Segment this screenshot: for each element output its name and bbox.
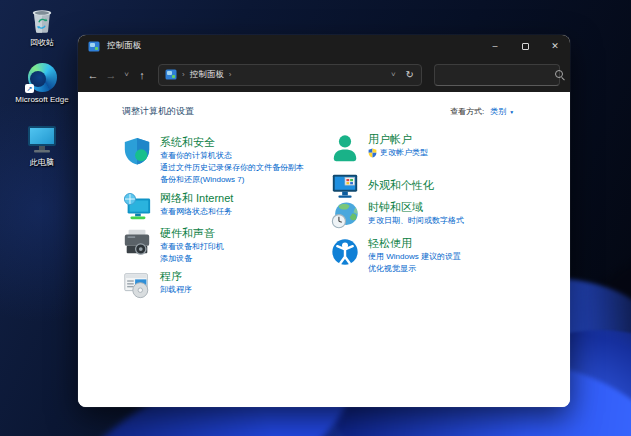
back-button[interactable]: ← <box>84 69 102 81</box>
clock-region-icon[interactable] <box>330 201 360 231</box>
category-title[interactable]: 程序 <box>160 270 192 283</box>
address-bar[interactable]: › 控制面板 › ˅ ↻ <box>158 64 422 86</box>
view-by-value[interactable]: 类别 <box>490 106 506 117</box>
page-title: 调整计算机的设置 <box>122 105 194 118</box>
category-title[interactable]: 网络和 Internet <box>160 192 233 205</box>
breadcrumb-control-panel[interactable]: 控制面板 <box>190 69 224 81</box>
category-ease-of-access: 轻松使用 使用 Windows 建议的设置 优化视觉显示 <box>330 237 545 275</box>
breadcrumb-separator: › <box>229 70 232 79</box>
edge-icon: ↗ <box>12 60 72 92</box>
view-by-control: 查看方式: 类别 ▼ <box>450 106 514 117</box>
category-network-internet: 网络和 Internet 查看网络状态和任务 <box>122 192 337 222</box>
network-internet-icon[interactable] <box>122 192 152 222</box>
window-title: 控制面板 <box>107 40 141 52</box>
shortcut-arrow-icon: ↗ <box>25 84 34 93</box>
category-user-accounts: 用户帐户 更改帐户类型 <box>330 133 545 163</box>
task-link[interactable]: 使用 Windows 建议的设置 <box>368 251 461 263</box>
close-button[interactable]: ✕ <box>540 35 570 57</box>
desktop-icon-label: 回收站 <box>12 38 72 47</box>
category-system-security: 系统和安全 查看你的计算机状态 通过文件历史记录保存你的文件备份副本 备份和还原… <box>122 136 337 186</box>
category-title[interactable]: 时钟和区域 <box>368 201 464 214</box>
control-panel-window: 控制面板 – ✕ ← → ˅ ↑ › 控制面板 › ˅ ↻ <box>78 35 570 407</box>
recent-pages-dropdown[interactable]: ˅ <box>120 70 133 79</box>
task-link[interactable]: 更改帐户类型 <box>368 147 428 159</box>
hardware-sound-icon[interactable] <box>122 227 152 257</box>
system-security-icon[interactable] <box>122 136 152 166</box>
desktop-icon-recycle-bin[interactable]: 回收站 <box>12 3 72 47</box>
task-link[interactable]: 查看你的计算机状态 <box>160 150 304 162</box>
control-panel-app-icon <box>88 41 100 52</box>
category-appearance-personalization: 外观和个性化 <box>330 171 545 201</box>
search-box[interactable] <box>434 64 560 86</box>
desktop-icon-microsoft-edge[interactable]: ↗ Microsoft Edge <box>12 60 72 104</box>
task-link[interactable]: 查看网络状态和任务 <box>160 206 233 218</box>
category-title[interactable]: 轻松使用 <box>368 237 461 250</box>
task-link[interactable]: 查看设备和打印机 <box>160 241 224 253</box>
task-link[interactable]: 备份和还原(Windows 7) <box>160 174 304 186</box>
category-hardware-sound: 硬件和声音 查看设备和打印机 添加设备 <box>122 227 337 265</box>
breadcrumb-separator: › <box>182 70 185 79</box>
appearance-personalization-icon[interactable] <box>330 171 360 201</box>
search-input[interactable] <box>435 65 554 85</box>
recycle-bin-icon <box>12 3 72 35</box>
title-bar: 控制面板 – ✕ <box>78 35 570 57</box>
desktop-icon-label: 此电脑 <box>12 158 72 167</box>
view-by-caret-icon[interactable]: ▼ <box>509 109 514 115</box>
programs-icon[interactable] <box>122 270 152 300</box>
navigation-bar: ← → ˅ ↑ › 控制面板 › ˅ ↻ <box>78 57 570 92</box>
category-title[interactable]: 用户帐户 <box>368 133 428 146</box>
category-title[interactable]: 外观和个性化 <box>368 179 434 192</box>
category-title[interactable]: 硬件和声音 <box>160 227 224 240</box>
view-by-label: 查看方式: <box>450 106 484 117</box>
category-clock-region: 时钟和区域 更改日期、时间或数字格式 <box>330 201 545 231</box>
minimize-button[interactable]: – <box>480 35 510 57</box>
address-dropdown-icon[interactable]: ˅ <box>391 70 396 79</box>
ease-of-access-icon[interactable] <box>330 237 360 267</box>
task-link[interactable]: 通过文件历史记录保存你的文件备份副本 <box>160 162 304 174</box>
forward-button[interactable]: → <box>102 69 120 81</box>
category-programs: 程序 卸载程序 <box>122 270 337 300</box>
task-link[interactable]: 更改日期、时间或数字格式 <box>368 215 464 227</box>
task-link-label: 更改帐户类型 <box>380 147 428 159</box>
task-link[interactable]: 优化视觉显示 <box>368 263 461 275</box>
breadcrumb-control-panel-icon[interactable] <box>165 69 177 80</box>
desktop-icon-this-pc[interactable]: 此电脑 <box>12 123 72 167</box>
refresh-icon[interactable]: ↻ <box>406 69 414 80</box>
maximize-button[interactable] <box>510 35 540 57</box>
maximize-icon <box>522 43 529 50</box>
this-pc-icon <box>12 123 72 155</box>
desktop-icon-label: Microsoft Edge <box>14 95 70 104</box>
task-link[interactable]: 卸载程序 <box>160 284 192 296</box>
category-title[interactable]: 系统和安全 <box>160 136 304 149</box>
task-link[interactable]: 添加设备 <box>160 253 224 265</box>
up-button[interactable]: ↑ <box>133 69 151 81</box>
user-accounts-icon[interactable] <box>330 133 360 163</box>
uac-shield-icon <box>368 148 377 158</box>
control-panel-home: 调整计算机的设置 查看方式: 类别 ▼ 系统和安全 查看你的计算机状态 通过文件… <box>78 92 570 407</box>
